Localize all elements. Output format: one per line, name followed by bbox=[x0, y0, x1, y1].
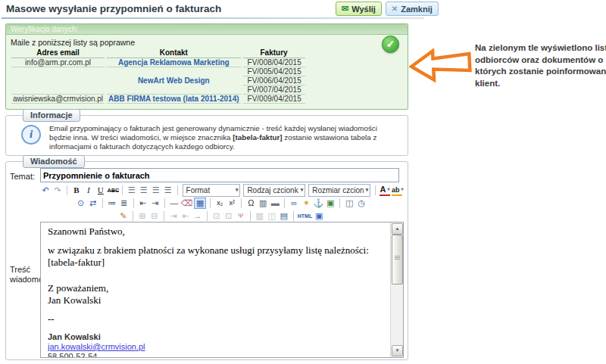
recipients-table: Adres email Kontakt Faktury info@arm.pr.… bbox=[9, 48, 308, 104]
body-line: [tabela-faktur] bbox=[48, 257, 388, 269]
replace-icon[interactable]: ⇄ bbox=[88, 198, 98, 209]
annotation-line: odbiorców oraz dokumentów o bbox=[475, 54, 606, 67]
undo-icon[interactable]: ↶ bbox=[40, 185, 51, 196]
underline-icon[interactable]: U bbox=[95, 185, 106, 196]
redo-icon[interactable]: ↷ bbox=[52, 185, 63, 196]
body-blank-line bbox=[48, 306, 388, 313]
toolbar-separator bbox=[102, 198, 103, 208]
bold-icon[interactable]: B bbox=[71, 185, 82, 196]
body-blank-line bbox=[48, 269, 388, 275]
align-right-icon[interactable]: ☰ bbox=[151, 185, 161, 196]
font-size-select[interactable]: Rozmiar czcion▾ bbox=[308, 184, 370, 197]
contact-link[interactable]: ABB FIRMA testowa (lata 2011-2014) bbox=[107, 95, 240, 104]
toolbar-separator bbox=[164, 198, 165, 208]
find-icon[interactable]: ⊙ bbox=[76, 198, 86, 209]
indent-icon[interactable]: ⇥ bbox=[150, 198, 161, 209]
html-source-icon[interactable]: HTML bbox=[298, 210, 312, 222]
font-family-select[interactable]: Rodzaj czcionk▾ bbox=[243, 184, 305, 197]
font-color-icon[interactable]: A bbox=[380, 185, 390, 196]
body-blank-line bbox=[48, 238, 388, 244]
info-text: Email przypominający o fakturach jest ge… bbox=[49, 124, 401, 151]
column-header-invoices: Faktury bbox=[243, 48, 305, 58]
fullscreen-icon[interactable]: ▣ bbox=[314, 210, 324, 222]
close-button[interactable]: ✕ Zamknij bbox=[386, 2, 439, 16]
annotation-line: Na zielonym tle wyświetlono listę bbox=[475, 42, 606, 54]
align-justify-icon[interactable]: ☰ bbox=[163, 185, 173, 196]
link-icon[interactable]: ∞ bbox=[289, 198, 299, 209]
delete-cell-icon[interactable]: ⊡ bbox=[223, 210, 234, 222]
split-cell-icon[interactable]: ◫ bbox=[267, 210, 277, 222]
page-title: Masowe wysyłanie przypomnień o fakturach bbox=[6, 3, 221, 14]
image-icon[interactable]: ▣ bbox=[325, 198, 336, 209]
delete-row-icon[interactable]: ⊟ bbox=[149, 210, 160, 222]
body-line: Z poważaniem, bbox=[48, 282, 388, 294]
annotation-note: Na zielonym tle wyświetlono listę odbior… bbox=[475, 42, 606, 89]
page-break-icon[interactable]: ▬ bbox=[270, 198, 280, 209]
insert-cell-icon[interactable]: ⊡ bbox=[211, 210, 222, 222]
media-icon[interactable]: ▥ bbox=[258, 198, 268, 209]
subject-input[interactable] bbox=[40, 168, 399, 182]
body-line: -- bbox=[48, 313, 388, 325]
invoice-number: FV/008/04/2015 bbox=[243, 58, 305, 67]
title-divider bbox=[2, 17, 424, 19]
scrollbar-thumb[interactable] bbox=[392, 235, 403, 285]
body-line: 58 500-52-54 bbox=[48, 352, 388, 357]
editor-scrollbar[interactable]: ▲ ▼ bbox=[390, 222, 403, 357]
delete-column-icon[interactable]: ⇤ bbox=[180, 210, 191, 222]
numbered-list-icon[interactable]: ≣ bbox=[119, 198, 130, 209]
insert-column-icon[interactable]: ⇥ bbox=[168, 210, 179, 222]
info-icon: i bbox=[21, 125, 41, 145]
toolbar-separator bbox=[122, 185, 123, 195]
anchor-icon[interactable]: ⚓ bbox=[313, 198, 323, 209]
verification-header: Weryfikacja danych: bbox=[6, 24, 408, 35]
body-blank-line bbox=[48, 275, 388, 282]
insert-table-icon[interactable]: ▦ bbox=[194, 198, 206, 209]
body-line: Jan Kowalski bbox=[48, 294, 388, 306]
editor-toolbar-row-3: ✎⊞⊟⇥⇤→⊡⊡Ψ▥◫▤HTML▣ bbox=[40, 210, 402, 222]
header-actions: ✉ Wyślij ✕ Zamknij bbox=[336, 2, 439, 16]
format-select[interactable]: Format▾ bbox=[183, 184, 241, 197]
highlight-color-icon[interactable]: ab bbox=[392, 185, 402, 196]
remove-format-icon[interactable]: ⌫ bbox=[181, 198, 193, 209]
send-button[interactable]: ✉ Wyślij bbox=[336, 2, 382, 16]
merge-cells-icon[interactable]: ▥ bbox=[255, 210, 265, 222]
scroll-down-icon[interactable]: ▼ bbox=[392, 345, 403, 356]
italic-icon[interactable]: I bbox=[83, 185, 94, 196]
contact-link[interactable]: Agencja Reklamowa Marketing bbox=[107, 58, 240, 67]
bullet-list-icon[interactable]: ≔ bbox=[107, 198, 117, 209]
align-center-icon[interactable]: ☰ bbox=[139, 185, 149, 196]
special-char-icon[interactable]: Ω bbox=[245, 198, 256, 209]
horizontal-rule-icon[interactable]: — bbox=[169, 198, 180, 209]
invoice-number: FV/007/04/2015 bbox=[243, 86, 305, 95]
toolbar-separator bbox=[293, 211, 294, 221]
align-left-icon[interactable]: ☰ bbox=[127, 185, 137, 196]
toolbar-separator bbox=[164, 211, 164, 221]
print-icon[interactable]: ▤ bbox=[279, 210, 289, 222]
clock-icon[interactable]: ◷ bbox=[356, 198, 367, 209]
toolbar-separator bbox=[133, 211, 133, 221]
contact-link[interactable]: NewArt Web Design bbox=[107, 67, 240, 95]
document-icon[interactable]: ◫ bbox=[344, 198, 355, 209]
toolbar-separator bbox=[375, 185, 376, 195]
table-row: info@arm.pr.com.pl Agencja Reklamowa Mar… bbox=[11, 58, 305, 67]
cell-tool-icon[interactable]: Ψ bbox=[236, 210, 246, 222]
superscript-icon[interactable]: x² bbox=[226, 198, 237, 209]
insert-row-icon[interactable]: ⊞ bbox=[137, 210, 148, 222]
toolbar-separator bbox=[284, 198, 285, 208]
column-arrow-icon[interactable]: → bbox=[192, 210, 203, 222]
table-header-row: Adres email Kontakt Faktury bbox=[11, 48, 305, 58]
signature-email-link[interactable]: jan.kowalski@crmvision.pl bbox=[48, 342, 388, 352]
editor-body[interactable]: Szanowni Państwo,w związaku z brakiem pł… bbox=[41, 222, 391, 357]
unlink-icon[interactable]: ✶ bbox=[301, 198, 311, 209]
outdent-icon[interactable]: ⇤ bbox=[138, 198, 148, 209]
invoice-number: FV/006/04/2015 bbox=[243, 76, 305, 86]
recipient-email bbox=[11, 67, 105, 95]
edit-source-icon[interactable]: ✎ bbox=[118, 210, 129, 222]
body-line: w związaku z brakiem płatności za wykona… bbox=[48, 244, 388, 257]
subscript-icon[interactable]: x₂ bbox=[214, 198, 225, 209]
toolbar-separator bbox=[207, 211, 208, 221]
info-section-legend: Informacje bbox=[23, 109, 80, 122]
toolbar-separator bbox=[210, 198, 211, 208]
scroll-up-icon[interactable]: ▲ bbox=[392, 223, 403, 235]
strikethrough-icon[interactable]: ABC bbox=[108, 185, 118, 196]
